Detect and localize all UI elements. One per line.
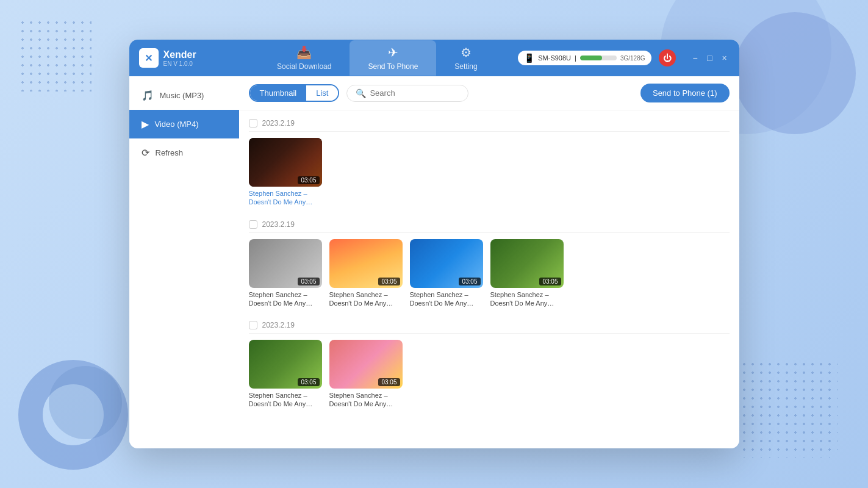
video-duration-v7: 03:05: [378, 378, 400, 386]
video-icon: ▶: [142, 118, 149, 130]
battery-fill: [580, 56, 602, 60]
date-group-0: 2023.2.19✓03:05Stephen Sanchez – Doesn't…: [249, 115, 730, 207]
date-label-1: 2023.2.19: [262, 220, 295, 229]
bg-decoration-circle-tr: [734, 12, 856, 134]
tab-social-label: Social Download: [277, 62, 331, 71]
device-name: SM-S908U: [538, 54, 571, 62]
window-controls: − □ ×: [690, 53, 730, 63]
search-box: 🔍: [346, 85, 468, 102]
video-duration-v2: 03:05: [298, 278, 319, 285]
device-badge: 📱 SM-S908U | 3G/128G: [518, 51, 651, 65]
tab-social-download[interactable]: 📥 Social Download: [259, 40, 350, 76]
video-title-v1: Stephen Sanchez – Doesn't Do Me Any Good…: [249, 189, 322, 207]
date-checkbox-2[interactable]: [249, 321, 257, 329]
video-title-v7: Stephen Sanchez – Doesn't Do Me Any Good…: [329, 391, 403, 409]
video-thumb-v3: 03:05: [329, 239, 403, 288]
music-icon: 🎵: [142, 90, 154, 101]
logo-text-area: Xender EN V 1.0.0: [163, 49, 196, 67]
sidebar-label-refresh: Refresh: [156, 148, 184, 157]
video-list: 2023.2.19✓03:05Stephen Sanchez – Doesn't…: [239, 110, 739, 448]
content-toolbar: Thumbnail List 🔍 Send to Phone (1): [239, 76, 739, 110]
date-checkbox-1[interactable]: [249, 220, 257, 229]
device-storage: 3G/128G: [620, 55, 645, 62]
list-item[interactable]: 03:05Stephen Sanchez – Doesn't Do Me Any…: [329, 239, 403, 308]
tab-send-label: Send To Phone: [368, 62, 418, 71]
device-icon: 📱: [524, 53, 534, 63]
video-grid-0: ✓03:05Stephen Sanchez – Doesn't Do Me An…: [249, 138, 730, 207]
sidebar-item-video[interactable]: ▶ Video (MP4): [129, 110, 239, 138]
video-duration-v6: 03:05: [298, 378, 319, 386]
content-area: Thumbnail List 🔍 Send to Phone (1) 2023.…: [239, 76, 739, 448]
bg-decoration-circle-bl2: [49, 366, 122, 439]
refresh-icon: ⟳: [142, 147, 149, 159]
search-input[interactable]: [370, 88, 459, 98]
power-button[interactable]: ⏻: [659, 49, 676, 66]
video-title-v5: Stephen Sanchez – Doesn't Do Me Any Good…: [490, 290, 564, 308]
battery-bar: [580, 56, 617, 60]
list-item[interactable]: 03:05Stephen Sanchez – Doesn't Do Me Any…: [249, 340, 322, 409]
close-button[interactable]: ×: [720, 53, 730, 63]
date-header-1: 2023.2.19: [249, 217, 730, 233]
video-duration-v3: 03:05: [378, 278, 400, 285]
video-grid-2: 03:05Stephen Sanchez – Doesn't Do Me Any…: [249, 340, 730, 409]
view-thumbnail-button[interactable]: Thumbnail: [250, 85, 307, 101]
date-group-2: 2023.2.1903:05Stephen Sanchez – Doesn't …: [249, 317, 730, 409]
send-to-phone-icon: ✈: [388, 45, 398, 60]
bg-decoration-dots-tl: [18, 18, 91, 92]
date-label-0: 2023.2.19: [262, 119, 295, 127]
sidebar-label-video: Video (MP4): [155, 120, 199, 129]
setting-icon: ⚙: [461, 45, 472, 60]
app-window: ✕ Xender EN V 1.0.0 📥 Social Download ✈ …: [129, 40, 739, 448]
logo-area: ✕ Xender EN V 1.0.0: [139, 48, 237, 68]
bg-decoration-dots-br: [740, 360, 838, 458]
sidebar-item-music[interactable]: 🎵 Music (MP3): [129, 81, 239, 110]
video-title-v3: Stephen Sanchez – Doesn't Do Me Any Good…: [329, 290, 403, 308]
title-bar: ✕ Xender EN V 1.0.0 📥 Social Download ✈ …: [129, 40, 739, 76]
view-toggle: Thumbnail List: [249, 84, 340, 102]
list-item[interactable]: 03:05Stephen Sanchez – Doesn't Do Me Any…: [249, 239, 322, 308]
video-thumb-v5: 03:05: [490, 239, 564, 288]
list-item[interactable]: 03:05Stephen Sanchez – Doesn't Do Me Any…: [490, 239, 564, 308]
video-duration-v1: 03:05: [298, 176, 319, 184]
view-list-button[interactable]: List: [306, 85, 338, 101]
video-duration-v4: 03:05: [459, 278, 480, 285]
date-label-2: 2023.2.19: [262, 321, 295, 329]
nav-tabs: 📥 Social Download ✈ Send To Phone ⚙ Sett…: [237, 40, 518, 76]
list-item[interactable]: 03:05Stephen Sanchez – Doesn't Do Me Any…: [329, 340, 403, 409]
sidebar: 🎵 Music (MP3) ▶ Video (MP4) ⟳ Refresh: [129, 76, 239, 448]
sidebar-item-refresh[interactable]: ⟳ Refresh: [129, 138, 239, 167]
device-separator: |: [575, 54, 576, 62]
date-header-0: 2023.2.19: [249, 115, 730, 132]
video-grid-1: 03:05Stephen Sanchez – Doesn't Do Me Any…: [249, 239, 730, 308]
date-header-2: 2023.2.19: [249, 317, 730, 334]
video-title-v6: Stephen Sanchez – Doesn't Do Me Any Good…: [249, 391, 322, 409]
app-name: Xender: [163, 49, 196, 60]
video-thumb-v7: 03:05: [329, 340, 403, 389]
send-to-phone-button[interactable]: Send to Phone (1): [640, 84, 730, 102]
date-checkbox-0[interactable]: [249, 119, 257, 127]
list-item[interactable]: 03:05Stephen Sanchez – Doesn't Do Me Any…: [410, 239, 483, 308]
video-thumb-v6: 03:05: [249, 340, 322, 389]
tab-send-to-phone[interactable]: ✈ Send To Phone: [350, 40, 436, 76]
list-item[interactable]: ✓03:05Stephen Sanchez – Doesn't Do Me An…: [249, 138, 322, 207]
video-thumb-v2: 03:05: [249, 239, 322, 288]
video-thumb-v4: 03:05: [410, 239, 483, 288]
video-title-v4: Stephen Sanchez – Doesn't Do Me Any Good…: [410, 290, 483, 308]
app-version: EN V 1.0.0: [163, 60, 196, 67]
maximize-button[interactable]: □: [705, 53, 715, 63]
minimize-button[interactable]: −: [690, 53, 700, 63]
tab-setting[interactable]: ⚙ Setting: [436, 40, 495, 76]
sidebar-label-music: Music (MP3): [160, 91, 204, 100]
app-logo-icon: ✕: [139, 48, 159, 68]
social-download-icon: 📥: [296, 45, 312, 60]
main-content: 🎵 Music (MP3) ▶ Video (MP4) ⟳ Refresh Th…: [129, 76, 739, 448]
tab-setting-label: Setting: [454, 62, 477, 71]
search-icon: 🔍: [356, 88, 366, 98]
date-group-1: 2023.2.1903:05Stephen Sanchez – Doesn't …: [249, 217, 730, 308]
video-duration-v5: 03:05: [539, 278, 561, 285]
title-bar-controls: 📱 SM-S908U | 3G/128G ⏻ − □ ×: [518, 49, 729, 66]
video-thumb-v1: ✓03:05: [249, 138, 322, 187]
video-title-v2: Stephen Sanchez – Doesn't Do Me Any Good…: [249, 290, 322, 308]
